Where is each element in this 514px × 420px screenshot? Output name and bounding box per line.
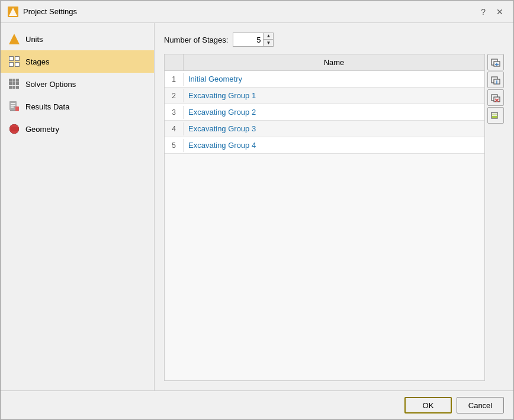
svg-rect-42	[492, 114, 497, 115]
main-content: Number of Stages: ▲ ▼ Name	[155, 23, 513, 390]
close-button[interactable]: ✕	[493, 6, 506, 18]
svg-rect-18	[12, 86, 15, 89]
row-name: Excavating Group 1	[184, 89, 484, 102]
row-name: Excavating Group 4	[184, 138, 484, 152]
row-num: 3	[165, 106, 184, 119]
sidebar-item-geometry-label: Geometry	[25, 125, 59, 134]
solver-options-icon	[8, 77, 21, 91]
col-header-name: Name	[184, 54, 484, 70]
delete-stage-icon	[491, 93, 500, 102]
table-toolbar	[487, 54, 504, 381]
svg-rect-12	[12, 79, 15, 82]
dialog-title: Project Settings	[23, 7, 77, 16]
stages-table: Name 1 Initial Geometry 2 Excavating Gro…	[164, 54, 485, 381]
sidebar-item-geometry[interactable]: Geometry	[1, 118, 154, 140]
table-row[interactable]: 1 Initial Geometry	[165, 71, 484, 88]
spin-up-button[interactable]: ▲	[264, 33, 273, 40]
title-bar-right: ? ✕	[478, 6, 506, 18]
title-bar-left: Project Settings	[8, 7, 77, 17]
table-row[interactable]: 5 Excavating Group 4	[165, 137, 484, 154]
add-stage-icon	[491, 57, 500, 67]
svg-rect-37	[494, 97, 500, 102]
cancel-button[interactable]: Cancel	[457, 397, 504, 413]
spin-down-button[interactable]: ▼	[264, 40, 273, 46]
add-stage-button[interactable]	[487, 54, 504, 70]
col-header-num	[165, 54, 184, 70]
project-settings-dialog: Project Settings ? ✕ Units	[0, 0, 514, 420]
table-row[interactable]: 4 Excavating Group 3	[165, 121, 484, 137]
svg-rect-14	[9, 82, 12, 85]
svg-rect-25	[15, 106, 19, 111]
table-header: Name	[165, 54, 484, 71]
delete-stage-button[interactable]	[487, 89, 504, 106]
units-icon	[8, 33, 21, 46]
geometry-icon	[8, 122, 21, 135]
row-num: 5	[165, 139, 184, 152]
svg-marker-2	[9, 34, 20, 44]
sidebar-item-stages-label: Stages	[25, 57, 49, 66]
title-bar: Project Settings ? ✕	[1, 1, 513, 23]
svg-rect-13	[16, 79, 19, 82]
number-of-stages-control: ▲ ▼	[233, 33, 274, 47]
svg-rect-9	[9, 63, 13, 66]
svg-rect-11	[9, 79, 12, 82]
row-name: Excavating Group 2	[184, 105, 484, 119]
svg-rect-15	[12, 82, 15, 85]
stages-header: Number of Stages: ▲ ▼	[164, 33, 504, 47]
svg-rect-19	[16, 86, 19, 89]
dialog-body: Units Stages	[1, 23, 513, 390]
table-area: Name 1 Initial Geometry 2 Excavating Gro…	[164, 54, 504, 381]
svg-rect-41	[492, 116, 497, 118]
move-up-icon	[491, 75, 500, 85]
sidebar-item-stages[interactable]: Stages	[1, 50, 154, 73]
svg-point-28	[9, 127, 19, 131]
dialog-icon	[8, 7, 18, 17]
sidebar-item-solver-options[interactable]: Solver Options	[1, 73, 154, 95]
sidebar-item-units[interactable]: Units	[1, 28, 154, 50]
table-row[interactable]: 3 Excavating Group 2	[165, 104, 484, 121]
ok-button[interactable]: OK	[404, 397, 452, 413]
row-name: Initial Geometry	[184, 72, 484, 86]
stages-icon	[8, 55, 21, 68]
help-button[interactable]: ?	[478, 6, 489, 18]
sidebar-item-results-data[interactable]: Results Data	[1, 95, 154, 118]
spin-buttons: ▲ ▼	[263, 33, 273, 46]
edit-stage-button[interactable]	[487, 107, 504, 124]
table-body: 1 Initial Geometry 2 Excavating Group 1 …	[165, 71, 484, 154]
sidebar-item-results-data-label: Results Data	[25, 102, 69, 111]
svg-rect-10	[15, 63, 19, 66]
sidebar-item-solver-options-label: Solver Options	[25, 80, 76, 89]
svg-rect-8	[15, 57, 19, 60]
row-name: Excavating Group 3	[184, 122, 484, 135]
dialog-footer: OK Cancel	[1, 390, 513, 419]
app-icon	[8, 7, 18, 17]
svg-rect-7	[9, 57, 13, 60]
svg-rect-17	[9, 86, 12, 89]
sidebar-item-units-label: Units	[25, 35, 43, 44]
move-up-button[interactable]	[487, 72, 504, 88]
row-num: 1	[165, 73, 184, 86]
number-of-stages-input[interactable]	[233, 33, 263, 46]
edit-stage-icon	[491, 111, 500, 120]
results-data-icon	[8, 100, 21, 113]
svg-rect-16	[16, 82, 19, 85]
row-num: 4	[165, 122, 184, 135]
table-row[interactable]: 2 Excavating Group 1	[165, 88, 484, 104]
row-num: 2	[165, 89, 184, 102]
sidebar: Units Stages	[1, 23, 155, 390]
number-of-stages-label: Number of Stages:	[164, 35, 228, 44]
